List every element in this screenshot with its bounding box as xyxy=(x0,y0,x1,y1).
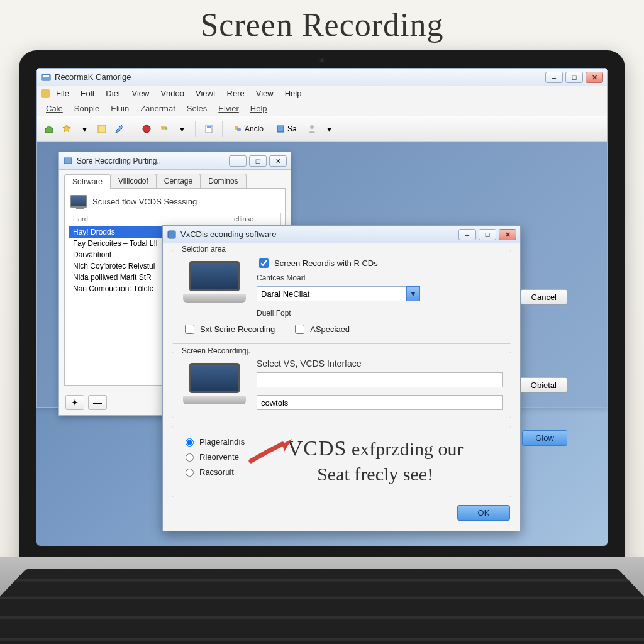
menu-view2[interactable]: View xyxy=(251,87,279,99)
menu2-seles[interactable]: Seles xyxy=(182,103,213,114)
radio-racsorult-input[interactable] xyxy=(186,469,194,477)
cowtols-input[interactable] xyxy=(257,395,503,410)
tool-home-icon[interactable] xyxy=(42,122,56,136)
toolbar-sep xyxy=(133,121,133,137)
menu-file[interactable]: File xyxy=(51,87,74,99)
tool-pencil-icon[interactable] xyxy=(113,122,126,136)
radio-plagerainds-input[interactable] xyxy=(186,438,194,447)
tab-villicodof[interactable]: Villicodof xyxy=(110,174,157,188)
combo-daral-dropdown[interactable]: ▼ xyxy=(406,286,420,301)
ok-button[interactable]: OK xyxy=(457,505,510,521)
dialog-title: VxCDis econding software xyxy=(180,230,276,239)
check-screen-recordis-input[interactable] xyxy=(259,258,269,268)
check-aspeciaed[interactable]: ASpeciaed xyxy=(292,323,350,336)
dialog-window: VxCDis econding software – □ ✕ Selction … xyxy=(162,225,521,531)
fieldset-screen-recording: Screen Reconrdingj. Select VS, VCDS Inte… xyxy=(172,352,511,418)
check-sxt[interactable]: Sxt Scrire Recording xyxy=(182,323,275,336)
toolbar-sep3 xyxy=(222,121,223,137)
panel-titlebar: Sore Reocrdling Purting.. – □ ✕ xyxy=(59,152,291,170)
dialog-close-button[interactable]: ✕ xyxy=(499,229,516,240)
interface-input[interactable] xyxy=(257,372,503,387)
menu-rere[interactable]: Rere xyxy=(222,87,250,99)
glow-button[interactable]: Glow xyxy=(522,430,567,446)
obietal-button[interactable]: Obietal xyxy=(520,377,567,393)
menu-viewt[interactable]: Viewt xyxy=(191,87,221,99)
menu2-sonple[interactable]: Sonple xyxy=(69,103,104,114)
menu-diet[interactable]: Diet xyxy=(101,87,125,99)
panel-close-button[interactable]: ✕ xyxy=(269,155,287,167)
menubar-secondary: Cale Sonple Eluin Zänermat Seles Elvier … xyxy=(37,101,607,116)
maximize-button[interactable]: □ xyxy=(565,72,583,83)
tree-header: Hard ellinse xyxy=(69,213,280,225)
panel-maximize-button[interactable]: □ xyxy=(249,155,267,167)
svg-rect-14 xyxy=(168,231,175,238)
check-aspeciaed-label: ASpeciaed xyxy=(310,325,350,334)
radio-rieorvente-input[interactable] xyxy=(186,453,194,462)
menu2-help[interactable]: Help xyxy=(245,103,272,114)
menu-eolt[interactable]: Eolt xyxy=(75,87,99,99)
radio-rieorvente[interactable]: Rieorvente xyxy=(182,452,245,462)
svg-point-12 xyxy=(310,125,314,129)
keyboard-deck xyxy=(0,557,644,644)
dialog-body: Selction area Screen Recordis with R CDs xyxy=(163,243,520,531)
check-screen-recordis[interactable]: Screen Recordis with R CDs xyxy=(257,257,503,270)
svg-point-5 xyxy=(161,126,165,130)
panel-add-button[interactable]: ✦ xyxy=(65,395,84,410)
tool-sa-button[interactable]: Sa xyxy=(272,122,301,136)
combo-daral-input[interactable] xyxy=(257,286,406,301)
tool-sa-label: Sa xyxy=(287,125,297,133)
tool-star-icon[interactable] xyxy=(60,122,74,136)
radio-racsorult[interactable]: Racsorult xyxy=(182,467,245,477)
minimize-button[interactable]: – xyxy=(545,72,563,83)
svg-point-4 xyxy=(143,125,150,133)
tab-centage[interactable]: Centage xyxy=(156,174,201,188)
tool-record-icon[interactable] xyxy=(140,122,153,136)
panel-minimize-button[interactable]: – xyxy=(229,155,247,167)
svg-point-6 xyxy=(165,126,168,130)
svg-point-10 xyxy=(237,128,241,131)
combo-daral: ▼ xyxy=(257,286,420,301)
check-sxt-input[interactable] xyxy=(185,325,194,334)
svg-rect-11 xyxy=(277,126,284,132)
app-title: RecormaK Camorige xyxy=(55,72,131,82)
keyboard-keys xyxy=(0,569,644,644)
fieldset-selection-area: Selction area Screen Recordis with R CDs xyxy=(172,250,511,344)
tab-software[interactable]: Sofrware xyxy=(64,174,111,189)
toolbar-sep2 xyxy=(195,121,196,137)
radio-plagerainds[interactable]: Plageraindıs xyxy=(182,436,245,447)
tool-people-icon[interactable] xyxy=(157,122,171,136)
panel-tabs: Sofrware Villicodof Centage Dominos xyxy=(59,170,291,188)
window-controls: – □ ✕ xyxy=(545,72,603,83)
menu2-zanermat[interactable]: Zänermat xyxy=(135,103,180,114)
menu2-cale[interactable]: Cale xyxy=(41,103,68,114)
menu-help[interactable]: Help xyxy=(280,87,307,99)
menu-vndoo[interactable]: Vndoo xyxy=(155,87,189,99)
tool-doc-icon[interactable] xyxy=(202,122,216,136)
tool-dropdown3-icon[interactable]: ▾ xyxy=(323,122,336,136)
dialog-minimize-button[interactable]: – xyxy=(458,229,476,240)
svg-rect-2 xyxy=(41,89,50,98)
tool-dropdown-icon[interactable]: ▾ xyxy=(77,122,91,136)
app-titlebar: RecormaK Camorige – □ ✕ xyxy=(37,69,607,86)
label-select-interface: Select VS, VCDS Interface xyxy=(257,358,503,369)
check-aspeciaed-input[interactable] xyxy=(295,325,304,334)
panel-remove-button[interactable]: — xyxy=(88,395,107,410)
callout-em: VCDS xyxy=(287,436,347,460)
close-button[interactable]: ✕ xyxy=(586,72,603,83)
dialog-maximize-button[interactable]: □ xyxy=(479,229,496,240)
tool-dropdown2-icon[interactable]: ▾ xyxy=(175,122,189,136)
laptop-icon xyxy=(183,261,246,303)
cancel-button[interactable]: Cancel xyxy=(521,289,567,305)
menu2-eluin[interactable]: Eluin xyxy=(106,103,134,114)
menu2-elvier[interactable]: Elvier xyxy=(213,103,244,114)
fieldset-radios: Plageraindıs Rieorvente Racsorult VCDS e… xyxy=(172,426,511,497)
callout-text: VCDS exfprzding our Seat frecly see! xyxy=(247,433,503,486)
tool-note-icon[interactable] xyxy=(95,122,109,136)
tool-anclo-button[interactable]: Anclo xyxy=(229,122,268,136)
svg-rect-3 xyxy=(98,125,106,133)
menu-view[interactable]: View xyxy=(126,87,154,99)
panel-heading-text: Scused flow VCDS Sesssing xyxy=(92,197,197,206)
tool-user-icon[interactable] xyxy=(305,122,319,136)
app-icon xyxy=(41,72,51,82)
tab-dominos[interactable]: Dominos xyxy=(200,174,246,188)
